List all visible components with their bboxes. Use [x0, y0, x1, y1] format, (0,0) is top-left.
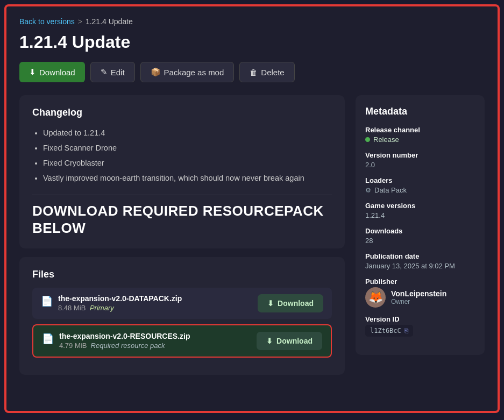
- package-label: Package as mod: [164, 68, 224, 77]
- delete-button[interactable]: 🗑 Delete: [239, 62, 294, 82]
- download-icon: ⬇: [29, 67, 36, 77]
- version-id-section: Version ID l1Zt6BcC ⎘: [365, 315, 475, 337]
- release-channel-section: Release channel Release: [365, 126, 475, 144]
- list-item: Updated to 1.21.4: [43, 126, 332, 140]
- file-meta: 4.79 MiB Required resource pack: [59, 341, 190, 350]
- copy-icon[interactable]: ⎘: [404, 327, 408, 334]
- version-id-value: l1Zt6BcC: [370, 327, 401, 334]
- datapack-icon: ⚙: [365, 187, 371, 194]
- file-row: 📄 the-expansion-v2.0-DATAPACK.zip 8.48 M…: [32, 288, 332, 319]
- metadata-title: Metadata: [365, 106, 475, 117]
- green-dot-icon: [365, 137, 370, 142]
- game-versions-value: 1.21.4: [365, 211, 475, 219]
- file-icon: 📄: [41, 295, 53, 307]
- file-info: 📄 the-expansion-v2.0-RESOURCES.zip 4.79 …: [42, 332, 190, 350]
- publication-date-section: Publication date January 13, 2025 at 9:0…: [365, 252, 475, 270]
- download-button[interactable]: ⬇ Download: [19, 62, 85, 82]
- publisher-section: Publisher 🦊 VonLeipenstein Owner: [365, 277, 475, 308]
- breadcrumb: Back to versions > 1.21.4 Update: [19, 17, 485, 26]
- files-title: Files: [32, 269, 332, 280]
- file-name: the-expansion-v2.0-DATAPACK.zip: [58, 294, 182, 303]
- file-size: 8.48 MiB: [58, 304, 86, 312]
- divider: [32, 195, 332, 195]
- file-size: 4.79 MiB: [59, 341, 87, 350]
- main-layout: Changelog Updated to 1.21.4 Fixed Scanne…: [19, 95, 485, 375]
- version-number-section: Version number 2.0: [365, 151, 475, 169]
- action-buttons: ⬇ Download ✎ Edit 📦 Package as mod 🗑 Del…: [19, 62, 485, 82]
- files-card: Files 📄 the-expansion-v2.0-DATAPACK.zip …: [19, 257, 345, 375]
- publisher-role: Owner: [391, 298, 446, 305]
- file-meta: 8.48 MiB Primary: [58, 304, 182, 312]
- loaders-section: Loaders ⚙ Data Pack: [365, 176, 475, 194]
- publisher-name: VonLeipenstein: [391, 289, 446, 298]
- changelog-list: Updated to 1.21.4 Fixed Scanner Drone Fi…: [32, 126, 332, 185]
- publisher-info: VonLeipenstein Owner: [391, 289, 446, 305]
- trash-icon: 🗑: [250, 68, 258, 77]
- breadcrumb-separator: >: [78, 17, 82, 26]
- changelog-title: Changelog: [32, 107, 332, 118]
- avatar: 🦊: [365, 287, 386, 308]
- edit-icon: ✎: [101, 67, 108, 77]
- release-channel-value: Release: [365, 136, 475, 144]
- loaders-label: Loaders: [365, 176, 475, 184]
- loaders-value: ⚙ Data Pack: [365, 186, 475, 194]
- download-arrow-icon: ⬇: [267, 299, 274, 308]
- delete-label: Delete: [261, 68, 284, 77]
- download-arrow-icon-2: ⬇: [266, 337, 273, 345]
- file-icon: 📄: [42, 333, 54, 345]
- release-channel-label: Release channel: [365, 126, 475, 134]
- page-title: 1.21.4 Update: [19, 32, 485, 52]
- list-item: Fixed Cryoblaster: [43, 156, 332, 170]
- left-panel: Changelog Updated to 1.21.4 Fixed Scanne…: [19, 95, 345, 375]
- avatar-emoji: 🦊: [368, 290, 383, 304]
- file-tag: Required resource pack: [89, 341, 165, 350]
- file-download-button-2[interactable]: ⬇ Download: [257, 332, 322, 350]
- package-as-mod-button[interactable]: 📦 Package as mod: [140, 62, 235, 82]
- edit-label: Edit: [111, 68, 125, 77]
- downloads-section: Downloads 28: [365, 227, 475, 245]
- file-row-highlighted: 📄 the-expansion-v2.0-RESOURCES.zip 4.79 …: [32, 324, 332, 358]
- version-number-label: Version number: [365, 151, 475, 159]
- version-number-value: 2.0: [365, 161, 475, 169]
- back-to-versions-link[interactable]: Back to versions: [19, 17, 75, 26]
- file-tag: Primary: [90, 304, 114, 312]
- download-notice: DOWNLOAD REQUIRED RESOURCEPACK BELOW: [32, 203, 332, 236]
- publisher-label: Publisher: [365, 277, 475, 286]
- package-icon: 📦: [151, 67, 161, 77]
- version-id-label: Version ID: [365, 315, 475, 323]
- version-id-box: l1Zt6BcC ⎘: [365, 325, 413, 337]
- file-download-button[interactable]: ⬇ Download: [258, 294, 323, 312]
- downloads-label: Downloads: [365, 227, 475, 235]
- breadcrumb-current: 1.21.4 Update: [86, 17, 133, 26]
- download-label: Download: [39, 68, 75, 77]
- file-download-label: Download: [278, 299, 314, 308]
- list-item: Fixed Scanner Drone: [43, 141, 332, 155]
- file-download-label-2: Download: [276, 337, 313, 345]
- edit-button[interactable]: ✎ Edit: [90, 62, 135, 82]
- game-versions-section: Game versions 1.21.4: [365, 202, 475, 219]
- file-info: 📄 the-expansion-v2.0-DATAPACK.zip 8.48 M…: [41, 294, 182, 312]
- publisher-row: 🦊 VonLeipenstein Owner: [365, 287, 475, 308]
- publication-date-value: January 13, 2025 at 9:02 PM: [365, 262, 475, 270]
- changelog-card: Changelog Updated to 1.21.4 Fixed Scanne…: [19, 95, 345, 248]
- game-versions-label: Game versions: [365, 202, 475, 210]
- list-item: Vastly improved moon-earth transition, w…: [43, 171, 332, 185]
- publication-date-label: Publication date: [365, 252, 475, 260]
- file-name: the-expansion-v2.0-RESOURCES.zip: [59, 332, 190, 340]
- right-panel: Metadata Release channel Release Version…: [356, 95, 485, 355]
- release-label: Release: [373, 136, 399, 144]
- metadata-card: Metadata Release channel Release Version…: [356, 95, 485, 355]
- downloads-value: 28: [365, 237, 475, 245]
- loaders-text: Data Pack: [374, 186, 407, 194]
